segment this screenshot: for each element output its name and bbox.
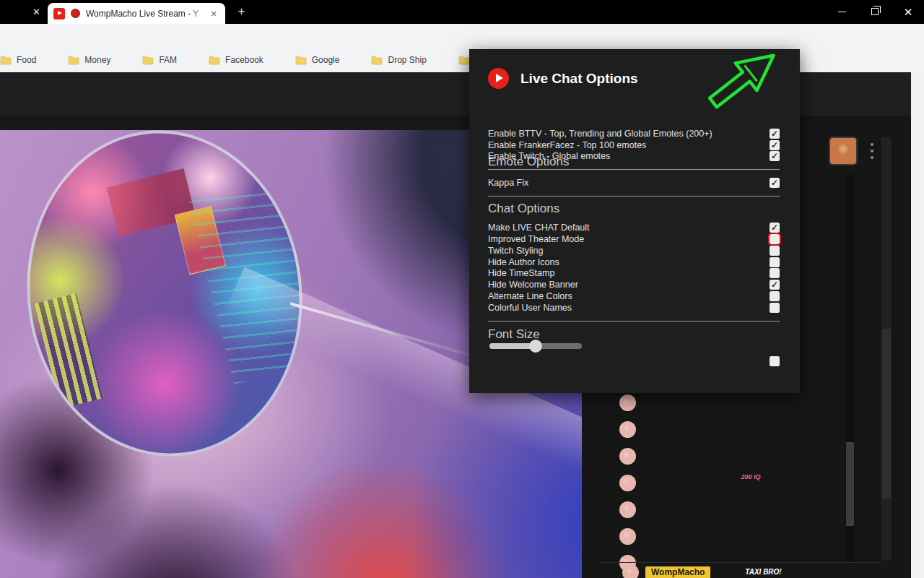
emote[interactable] xyxy=(663,537,687,559)
emote[interactable] xyxy=(790,537,813,559)
emote[interactable] xyxy=(821,323,842,345)
emote[interactable] xyxy=(714,513,737,535)
emote[interactable] xyxy=(739,513,762,535)
emote[interactable] xyxy=(764,465,788,488)
emote[interactable] xyxy=(797,323,819,345)
emote[interactable] xyxy=(739,394,762,416)
emote[interactable] xyxy=(815,489,838,512)
emote-picker-scrollbar-thumb[interactable] xyxy=(846,442,854,526)
emote[interactable] xyxy=(790,441,813,464)
emote[interactable] xyxy=(797,347,819,368)
bookmark-item-facebook[interactable]: Facebook xyxy=(201,51,271,69)
extra-checkbox[interactable] xyxy=(770,356,780,366)
emote[interactable] xyxy=(638,441,661,464)
emote[interactable] xyxy=(714,489,737,512)
checkbox-hide-timestamp[interactable] xyxy=(770,268,780,278)
emote[interactable] xyxy=(638,513,661,535)
emote[interactable] xyxy=(663,418,687,440)
emote[interactable] xyxy=(790,418,813,440)
active-tab[interactable]: WompMacho Live Stream - Y ✕ xyxy=(48,3,225,24)
emote[interactable] xyxy=(821,228,842,249)
emote[interactable] xyxy=(797,251,819,273)
emote[interactable] xyxy=(764,513,788,535)
checkbox-enable-frankerfacez-top-100-emotes[interactable]: ✓ xyxy=(770,140,780,150)
window-close-button[interactable]: ✕ xyxy=(892,0,924,23)
bookmark-item-food[interactable]: Food xyxy=(0,51,43,69)
checkbox-kappa-fix[interactable]: ✓ xyxy=(770,178,780,188)
emote[interactable] xyxy=(689,441,712,464)
checkbox-colorful-user-names[interactable] xyxy=(770,303,780,313)
emote[interactable] xyxy=(815,465,838,488)
checkbox-hide-author-icons[interactable] xyxy=(770,257,780,267)
emote[interactable] xyxy=(739,441,762,464)
emote[interactable] xyxy=(638,394,661,416)
emote[interactable] xyxy=(714,465,737,488)
emote[interactable] xyxy=(663,394,687,416)
emote[interactable] xyxy=(790,513,813,535)
checkbox-make-live-chat-default[interactable]: ✓ xyxy=(770,223,780,233)
emote[interactable] xyxy=(815,537,838,559)
emote[interactable] xyxy=(714,561,737,578)
bookmark-item-money[interactable]: Money xyxy=(61,51,118,69)
emote[interactable] xyxy=(663,441,687,464)
emote[interactable] xyxy=(739,489,762,512)
emote[interactable] xyxy=(821,371,842,392)
emote[interactable] xyxy=(764,489,788,512)
emote[interactable] xyxy=(689,465,712,488)
background-tab-close-icon[interactable]: ✕ xyxy=(31,7,42,17)
emote[interactable] xyxy=(790,489,813,512)
emote[interactable] xyxy=(815,394,838,416)
window-restore-button[interactable] xyxy=(858,0,892,23)
emote[interactable] xyxy=(689,513,712,535)
bookmark-item-google[interactable]: Google xyxy=(288,51,347,69)
emote[interactable] xyxy=(689,394,712,416)
tab-close-icon[interactable]: ✕ xyxy=(208,8,219,20)
emote[interactable] xyxy=(689,537,712,559)
emote[interactable] xyxy=(663,489,687,512)
page-scrollbar-track[interactable] xyxy=(911,72,924,578)
emote[interactable] xyxy=(764,441,788,464)
emote[interactable] xyxy=(797,299,819,321)
bookmark-item-drop-ship[interactable]: Drop Ship xyxy=(364,51,433,69)
emote[interactable]: 200 IQ xyxy=(739,465,762,488)
emote[interactable] xyxy=(689,418,712,440)
emote[interactable] xyxy=(790,465,813,488)
font-size-slider-thumb[interactable] xyxy=(529,340,542,353)
emote[interactable] xyxy=(790,561,813,578)
emote[interactable] xyxy=(797,228,819,249)
chat-scrollbar-thumb[interactable] xyxy=(882,329,891,499)
emote[interactable] xyxy=(821,347,842,368)
emote[interactable] xyxy=(638,489,661,512)
checkbox-enable-twitch-global-emotes[interactable]: ✓ xyxy=(770,151,780,161)
chat-menu-icon[interactable] xyxy=(871,143,873,162)
checkbox-improved-theater-mode[interactable] xyxy=(770,234,780,244)
emote[interactable] xyxy=(764,418,788,440)
emote[interactable] xyxy=(821,251,842,273)
emote[interactable] xyxy=(663,465,687,488)
bookmark-item-fam[interactable]: FAM xyxy=(135,51,184,69)
emote[interactable] xyxy=(797,275,819,297)
emote[interactable] xyxy=(815,418,838,440)
window-minimize-button[interactable] xyxy=(825,0,858,23)
checkbox-enable-bttv-top-trending-and-global-emotes-200-[interactable]: ✓ xyxy=(770,129,780,139)
emote[interactable] xyxy=(638,418,661,440)
checkbox-alternate-line-colors[interactable] xyxy=(770,291,780,301)
new-tab-button[interactable]: + xyxy=(235,6,248,18)
emote[interactable] xyxy=(638,465,661,488)
emote[interactable] xyxy=(815,513,838,535)
emote[interactable] xyxy=(764,394,788,416)
emote[interactable] xyxy=(689,489,712,512)
emote[interactable] xyxy=(714,537,737,559)
chat-username-chip[interactable]: WompMacho xyxy=(645,566,710,578)
emote[interactable] xyxy=(714,441,737,464)
emote[interactable] xyxy=(797,371,819,392)
chat-header-emote[interactable] xyxy=(829,137,858,165)
emote[interactable] xyxy=(714,394,737,416)
emote[interactable] xyxy=(739,418,762,440)
emote[interactable] xyxy=(821,204,842,225)
emote[interactable] xyxy=(790,394,813,416)
emote[interactable] xyxy=(821,299,842,321)
emote[interactable] xyxy=(714,418,737,440)
emote[interactable]: TAXI BRO! xyxy=(739,561,788,578)
emote[interactable] xyxy=(764,537,788,559)
